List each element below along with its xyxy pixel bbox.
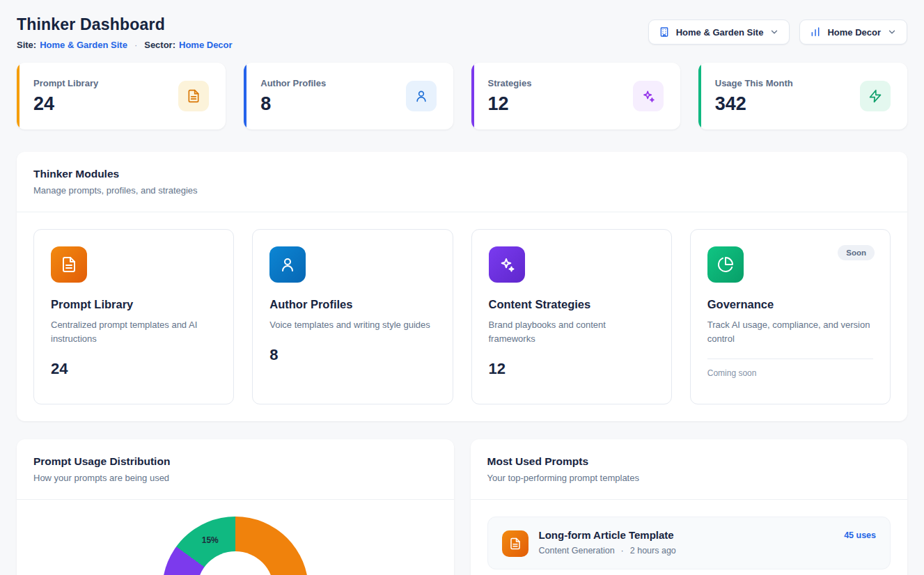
header-selectors: Home & Garden Site Home Decor — [648, 19, 907, 45]
module-card-author-profiles[interactable]: Author Profiles Voice templates and writ… — [252, 229, 453, 404]
module-card-prompt-library[interactable]: Prompt Library Centralized prompt templa… — [33, 229, 234, 404]
stats-row: Prompt Library 24 Author Profiles 8 Stra… — [17, 63, 907, 129]
prompt-item-category: Content Generation — [539, 546, 615, 556]
prompt-item-uses: 45 uses — [844, 530, 876, 540]
site-link[interactable]: Home & Garden Site — [40, 40, 127, 50]
prompt-list-item[interactable]: Long-form Article Template Content Gener… — [487, 517, 891, 569]
page-header: Thinker Dashboard Site: Home & Garden Si… — [17, 15, 907, 50]
module-title: Prompt Library — [51, 298, 133, 311]
dashboard-page: Thinker Dashboard Site: Home & Garden Si… — [0, 0, 924, 575]
divider — [707, 359, 873, 359]
file-text-icon — [178, 81, 209, 111]
bottom-row: Prompt Usage Distribution How your promp… — [17, 439, 907, 575]
stat-card-prompt-library: Prompt Library 24 — [17, 63, 226, 129]
prompt-usage-panel: Prompt Usage Distribution How your promp… — [17, 439, 454, 575]
modules-title: Thinker Modules — [33, 168, 891, 180]
prompts-title: Most Used Prompts — [487, 455, 891, 468]
site-selector-dropdown[interactable]: Home & Garden Site — [648, 19, 790, 45]
prompt-list: Long-form Article Template Content Gener… — [471, 500, 908, 575]
chevron-down-icon — [769, 27, 779, 37]
stat-value: 12 — [488, 93, 532, 115]
stat-text: Usage This Month 342 — [715, 78, 793, 115]
stat-label: Usage This Month — [715, 78, 793, 88]
prompts-panel-header: Most Used Prompts Your top-performing pr… — [471, 439, 908, 500]
usage-panel-header: Prompt Usage Distribution How your promp… — [17, 439, 454, 500]
page-title: Thinker Dashboard — [17, 15, 233, 34]
module-count: 8 — [269, 346, 278, 364]
separator-dot: · — [621, 546, 624, 556]
user-icon — [406, 81, 437, 111]
modules-grid: Prompt Library Centralized prompt templa… — [17, 212, 907, 421]
chevron-down-icon — [887, 27, 897, 37]
module-card-governance[interactable]: Soon Governance Track AI usage, complian… — [690, 229, 891, 404]
module-count: 24 — [51, 360, 68, 378]
donut-chart: 15% — [162, 517, 308, 575]
prompts-subtitle: Your top-performing prompt templates — [487, 473, 891, 483]
site-label: Site: — [17, 40, 36, 50]
module-title: Governance — [707, 298, 774, 311]
usage-title: Prompt Usage Distribution — [33, 455, 437, 468]
stat-label: Prompt Library — [33, 78, 98, 88]
stat-value: 342 — [715, 93, 793, 115]
separator-dot: · — [134, 40, 137, 50]
donut-chart-area: 15% — [17, 500, 454, 575]
stat-label: Author Profiles — [260, 78, 326, 88]
thinker-modules-panel: Thinker Modules Manage prompts, profiles… — [17, 152, 907, 421]
usage-subtitle: How your prompts are being used — [33, 473, 437, 483]
sparkles-icon — [633, 81, 664, 111]
stat-text: Author Profiles 8 — [260, 78, 326, 115]
user-icon — [269, 246, 306, 283]
module-card-content-strategies[interactable]: Content Strategies Brand playbooks and c… — [471, 229, 672, 404]
breadcrumb: Site: Home & Garden Site · Sector: Home … — [17, 40, 233, 50]
module-description: Brand playbooks and content frameworks — [489, 318, 655, 346]
module-title: Content Strategies — [489, 298, 591, 311]
prompt-item-text: Long-form Article Template Content Gener… — [539, 529, 834, 556]
stat-value: 24 — [33, 93, 98, 115]
sector-selector-label: Home Decor — [827, 27, 881, 38]
modules-panel-header: Thinker Modules Manage prompts, profiles… — [17, 152, 907, 212]
most-used-prompts-panel: Most Used Prompts Your top-performing pr… — [471, 439, 908, 575]
module-description: Voice templates and writing style guides — [269, 318, 430, 332]
stat-text: Strategies 12 — [488, 78, 532, 115]
stat-label: Strategies — [488, 78, 532, 88]
modules-subtitle: Manage prompts, profiles, and strategies — [33, 185, 891, 196]
file-text-icon — [502, 530, 528, 557]
sector-selector-dropdown[interactable]: Home Decor — [799, 19, 907, 45]
stat-text: Prompt Library 24 — [33, 78, 98, 115]
donut-segment-label: 15% — [202, 535, 219, 545]
site-selector-label: Home & Garden Site — [676, 27, 764, 38]
zap-icon — [860, 81, 891, 111]
stat-card-usage: Usage This Month 342 — [698, 63, 907, 129]
building-icon — [659, 26, 670, 38]
prompt-item-time: 2 hours ago — [630, 546, 676, 556]
module-description: Track AI usage, compliance, and version … — [707, 318, 873, 346]
stat-card-strategies: Strategies 12 — [471, 63, 680, 129]
prompt-item-meta: Content Generation · 2 hours ago — [539, 546, 834, 556]
coming-soon-text: Coming soon — [707, 368, 757, 378]
header-left: Thinker Dashboard Site: Home & Garden Si… — [17, 15, 233, 50]
stat-card-author-profiles: Author Profiles 8 — [244, 63, 453, 129]
module-count: 12 — [489, 360, 506, 378]
file-text-icon — [51, 246, 87, 283]
bar-chart-icon — [810, 26, 821, 38]
prompt-item-title: Long-form Article Template — [539, 529, 834, 541]
stat-value: 8 — [260, 93, 326, 115]
module-description: Centralized prompt templates and AI inst… — [51, 318, 217, 346]
soon-badge: Soon — [838, 245, 875, 260]
sector-label: Sector: — [144, 40, 175, 50]
sector-link[interactable]: Home Decor — [179, 40, 233, 50]
pie-chart-icon — [707, 246, 744, 283]
sparkles-icon — [489, 246, 525, 283]
module-title: Author Profiles — [269, 298, 352, 311]
